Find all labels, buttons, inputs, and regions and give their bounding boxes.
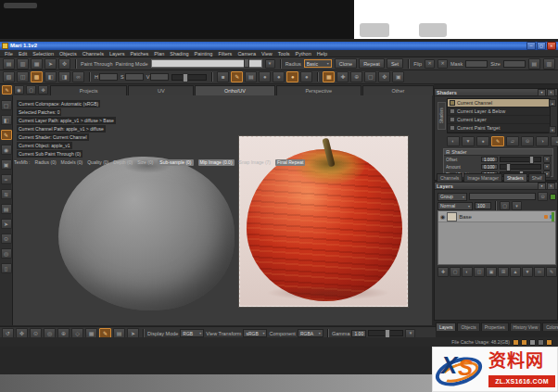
radius-dropdown[interactable]: Basic▾ xyxy=(304,59,332,68)
paint-tool-icon[interactable]: ✎ xyxy=(1,130,12,140)
shaders-side-tab[interactable]: Shaders xyxy=(438,102,446,130)
gamma-menu-icon[interactable]: ▾ xyxy=(405,329,415,338)
scroll-down-icon[interactable]: ▼ xyxy=(549,126,556,133)
hsv-field[interactable] xyxy=(99,73,118,81)
hsv-field[interactable] xyxy=(150,73,169,81)
view-tab[interactable]: UV xyxy=(128,85,194,95)
slider-track[interactable] xyxy=(500,164,541,170)
panel-close-icon[interactable]: ✕ xyxy=(547,183,555,190)
new-file-icon[interactable]: ▤ xyxy=(3,58,15,70)
group-dropdown[interactable]: Group▾ xyxy=(438,193,467,201)
layer-search-input[interactable] xyxy=(469,193,536,200)
grid-icon[interactable]: ▦ xyxy=(323,71,335,82)
menu-item[interactable]: Edit xyxy=(19,50,27,57)
close-button[interactable]: ✕ xyxy=(547,42,556,50)
add-group-icon[interactable]: ▢ xyxy=(450,267,461,277)
open-file-icon[interactable]: ▥ xyxy=(17,58,29,70)
menu-item[interactable]: Camera xyxy=(237,50,256,57)
shader-list-item[interactable]: Current Channel xyxy=(448,99,550,107)
toolbar-button[interactable]: Repeat xyxy=(359,58,385,69)
filter-icon[interactable]: ⊙ xyxy=(538,192,548,201)
page-tool-icon[interactable]: ▯ xyxy=(1,263,12,273)
display-mode-dropdown[interactable]: RGB▾ xyxy=(180,329,204,337)
vector-tool-icon[interactable]: ➤ xyxy=(1,219,12,229)
Base[interactable]: ◉ Base xyxy=(438,211,555,222)
slider-handle[interactable] xyxy=(529,156,534,164)
slider-menu-icon[interactable]: ▾ xyxy=(265,59,275,69)
flip-h-checkbox[interactable]: ✕ xyxy=(425,59,435,69)
add-icon[interactable]: ✚ xyxy=(336,71,349,82)
move-tool-icon[interactable]: ✥ xyxy=(38,85,48,95)
shader-list-item[interactable]: Current Layer xyxy=(448,116,550,124)
scroll-up-icon[interactable]: ▲ xyxy=(549,99,556,107)
view-tab[interactable]: Ortho/UV xyxy=(195,85,274,95)
marquee-icon[interactable]: ▢ xyxy=(364,71,376,82)
checker-icon[interactable]: ▩ xyxy=(31,71,43,82)
transform-icon[interactable]: ✥ xyxy=(58,58,70,70)
layer-opacity-field[interactable]: 100 xyxy=(475,202,491,209)
add-layer-icon[interactable]: ✚ xyxy=(438,267,449,277)
shader-sphere-icon[interactable]: ● xyxy=(273,71,285,82)
select-tool-icon[interactable]: ▢ xyxy=(26,85,36,95)
panel-tab[interactable]: Colors xyxy=(542,322,558,331)
copy-page-icon[interactable]: ▤ xyxy=(528,58,540,70)
eyedropper-icon[interactable]: ⊙ xyxy=(1,234,12,244)
blur-tool-icon[interactable]: ≈ xyxy=(1,174,12,184)
shader-group-header[interactable]: ⊟ Shader xyxy=(444,149,552,156)
panel-tab[interactable]: Objects xyxy=(457,322,479,331)
pointer-icon[interactable]: ➤ xyxy=(44,58,57,70)
options-icon[interactable]: ▾ xyxy=(512,201,522,210)
page-icon[interactable]: ▤ xyxy=(245,71,257,82)
menu-item[interactable]: Patches xyxy=(130,50,148,57)
hsv-field[interactable] xyxy=(125,73,144,81)
symmetry-left-icon[interactable]: ◧ xyxy=(44,71,57,82)
merge-layers-icon[interactable]: ▣ xyxy=(486,267,497,277)
visibility-icon[interactable]: ◉ xyxy=(440,213,445,220)
mask-field[interactable] xyxy=(465,60,488,68)
toolbar-button[interactable]: Set xyxy=(387,58,403,69)
alert-status-icon[interactable] xyxy=(546,339,552,346)
value-slider-handle[interactable] xyxy=(183,73,188,82)
color-swatch-icon[interactable]: ■ xyxy=(217,71,229,82)
shader-list-item[interactable]: Current Layer & Below xyxy=(448,107,550,116)
opacity-slider-handle[interactable] xyxy=(244,58,249,68)
panel-tab[interactable]: Shaders xyxy=(503,173,527,182)
menu-item[interactable]: Layers xyxy=(109,50,125,57)
duplicate-layer-icon[interactable]: ⊞ xyxy=(498,267,509,277)
flip-v-checkbox[interactable]: ✕ xyxy=(438,59,448,69)
mirror-icon[interactable]: ◫ xyxy=(17,71,29,82)
view-tab[interactable]: Perspective xyxy=(276,85,361,95)
network-status-icon[interactable] xyxy=(538,339,544,346)
value-slider[interactable] xyxy=(171,74,207,81)
shader-list-item[interactable]: Current Paint Target xyxy=(448,124,550,133)
panel-float-icon[interactable]: ▾ xyxy=(538,183,546,190)
symmetry-right-icon[interactable]: ◨ xyxy=(58,71,70,82)
menu-item[interactable]: Selection xyxy=(32,50,54,57)
paint-layer-icon[interactable]: ✎ xyxy=(546,267,557,277)
shader-menu-icon[interactable]: ▼ xyxy=(462,136,475,146)
eraser-icon[interactable]: ◉ xyxy=(1,145,12,155)
lock-icon[interactable]: ▢ xyxy=(500,201,510,210)
panel-tab[interactable]: Layers xyxy=(436,322,456,331)
lit-shader-icon[interactable]: ⊙ xyxy=(521,136,534,146)
smear-tool-icon[interactable]: ≋ xyxy=(1,189,12,199)
eraser-tool-icon[interactable]: ◉ xyxy=(14,85,24,95)
slider-reset-icon[interactable]: ▾ xyxy=(543,156,551,163)
clone-stamp-icon[interactable]: ▣ xyxy=(1,159,12,170)
minimize-button[interactable]: ─ xyxy=(526,42,536,50)
slider-handle[interactable] xyxy=(506,163,511,171)
save-file-icon[interactable]: ▦ xyxy=(31,58,43,70)
sphere-preview-icon[interactable]: ● xyxy=(476,136,489,146)
slider-reset-icon[interactable]: ▾ xyxy=(543,163,551,171)
menu-item[interactable]: Channels xyxy=(82,50,104,57)
menu-item[interactable]: Plan xyxy=(154,50,164,57)
link-icon[interactable]: ∞ xyxy=(72,71,84,82)
menu-item[interactable]: Objects xyxy=(59,50,77,57)
panel-close-icon[interactable]: ✕ xyxy=(547,89,555,96)
stamp-icon[interactable]: ▣ xyxy=(392,71,404,82)
menu-item[interactable]: Python xyxy=(296,50,311,57)
maximize-button[interactable]: ▢ xyxy=(537,42,546,50)
gamma-slider[interactable] xyxy=(368,330,403,336)
pan-hand-icon[interactable]: ✥ xyxy=(378,71,390,82)
component-dropdown[interactable]: RGBA▾ xyxy=(298,329,323,337)
